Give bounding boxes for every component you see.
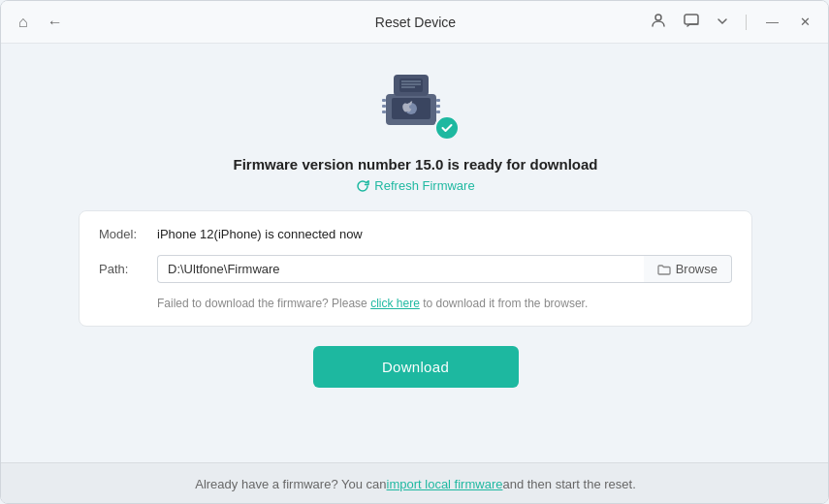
user-icon[interactable] <box>647 11 670 33</box>
svg-rect-6 <box>399 79 423 92</box>
model-label: Model: <box>99 227 157 241</box>
title-bar-right: — ✕ <box>647 11 816 33</box>
title-bar: ⌂ ← Reset Device <box>1 1 829 44</box>
firmware-title: Firmware version number 15.0 is ready fo… <box>234 156 598 173</box>
close-button[interactable]: ✕ <box>794 13 816 31</box>
check-badge <box>434 115 460 141</box>
refresh-firmware-link[interactable]: Refresh Firmware <box>356 178 474 193</box>
path-input[interactable] <box>157 255 644 283</box>
click-here-link[interactable]: click here <box>370 297 420 310</box>
model-row: Model: iPhone 12(iPhone) is connected no… <box>99 227 732 241</box>
browse-button[interactable]: Browse <box>644 255 732 283</box>
back-icon[interactable]: ← <box>44 13 67 32</box>
app-window: ⌂ ← Reset Device <box>1 1 829 504</box>
svg-point-0 <box>655 15 661 20</box>
svg-rect-13 <box>436 99 440 102</box>
svg-rect-14 <box>436 105 440 108</box>
folder-icon <box>657 263 671 276</box>
chevron-down-icon[interactable] <box>713 13 732 32</box>
svg-rect-12 <box>382 110 386 113</box>
hint-text: Failed to download the firmware? Please … <box>157 297 732 310</box>
import-local-firmware-link[interactable]: import local firmware <box>387 477 503 491</box>
content-area: Firmware version number 15.0 is ready fo… <box>1 44 829 504</box>
svg-rect-1 <box>685 15 698 24</box>
home-icon[interactable]: ⌂ <box>15 13 32 32</box>
svg-rect-11 <box>382 105 386 108</box>
path-row: Path: Browse <box>99 255 732 283</box>
title-bar-divider <box>746 15 747 30</box>
window-title: Reset Device <box>375 15 456 30</box>
minimize-button[interactable]: — <box>760 13 784 31</box>
path-label: Path: <box>99 262 157 276</box>
device-icon-wrapper <box>372 65 460 142</box>
refresh-icon <box>356 179 369 193</box>
title-bar-left: ⌂ ← <box>15 13 67 32</box>
footer: Already have a firmware? You can import … <box>1 462 829 504</box>
path-input-row: Browse <box>157 255 732 283</box>
model-value: iPhone 12(iPhone) is connected now <box>157 227 363 241</box>
svg-rect-10 <box>382 99 386 102</box>
info-card: Model: iPhone 12(iPhone) is connected no… <box>79 210 752 327</box>
svg-rect-15 <box>436 110 440 113</box>
message-icon[interactable] <box>680 11 703 33</box>
download-button[interactable]: Download <box>313 346 519 388</box>
